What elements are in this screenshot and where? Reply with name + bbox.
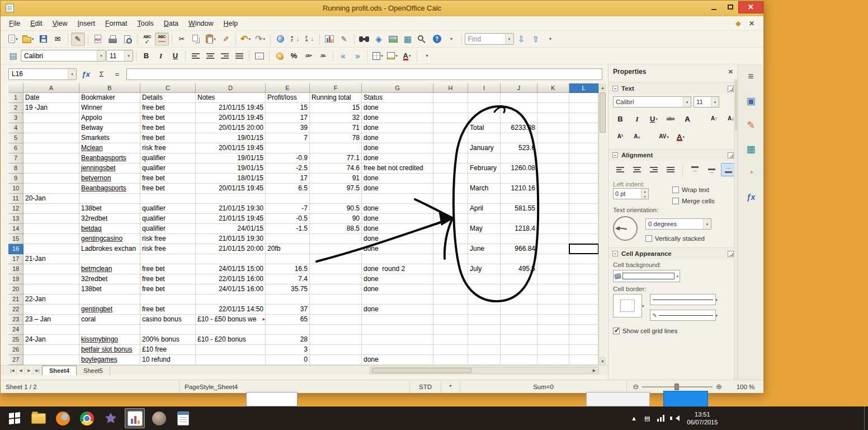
cell-J16[interactable]: 966.84 [501,244,537,254]
cell-F8[interactable]: 74.6 [310,163,362,174]
vertical-scrollbar[interactable]: ▲ ▼ [598,83,606,365]
cell-C14[interactable]: qualifier [140,224,196,234]
cell-K13[interactable] [537,214,569,224]
cell-C7[interactable]: qualifier [140,153,196,163]
row-header-23[interactable]: 23 [8,315,23,325]
gallery-button[interactable] [386,32,400,46]
cell-B8[interactable]: jenningsbet [79,163,140,174]
dropdown-caret-icon[interactable]: ▾ [505,34,513,44]
row-header-17[interactable]: 17 [8,254,23,264]
cell-E3[interactable]: 17 [266,113,310,123]
cell-E6[interactable] [266,143,310,153]
cell-B16[interactable]: Ladbrokes exchan [79,244,140,254]
cell-D18[interactable]: 24/01/15 15:00 [196,264,266,274]
row-header-12[interactable]: 12 [8,204,23,214]
cell-H11[interactable] [433,194,468,204]
find-combobox[interactable]: Find▾ [465,33,514,45]
cell-C10[interactable]: free bet [140,184,196,194]
cell-A25[interactable]: 24-Jan [23,335,79,345]
align-justified-button[interactable] [232,49,246,63]
cell-C22[interactable]: free bet [140,305,196,315]
cell-J17[interactable] [501,254,537,264]
cell-I14[interactable]: May [468,224,501,234]
cell-J4[interactable]: 6233.88 [501,123,537,133]
cell-G16[interactable]: done [362,244,433,254]
cell-I24[interactable] [468,325,501,335]
tab-properties[interactable]: ▣ [743,93,760,109]
cell-H12[interactable] [433,204,468,214]
cell-D23[interactable]: £10 - £50 bonus we▶ [196,315,266,325]
sidebar-align-right-button[interactable] [647,163,661,176]
cell-D27[interactable] [196,355,266,365]
row-header-19[interactable]: 19 [8,274,23,284]
zoom-out-button[interactable]: ⊖ [633,382,639,391]
dropdown-caret-icon[interactable]: ▾ [676,274,678,278]
cell-I5[interactable] [468,133,501,143]
row-header-11[interactable]: 11 [8,194,23,204]
cell-F1[interactable]: Running total [310,93,362,103]
cell-E20[interactable]: 35.75 [266,284,310,295]
cell-H9[interactable] [433,174,468,184]
cell-appearance-dialog-launcher-icon[interactable] [728,251,734,257]
column-header-A[interactable]: A [23,83,79,93]
cell-D16[interactable]: 21/01/15 20:00 [196,244,266,254]
cell-F15[interactable] [310,234,362,244]
column-header-B[interactable]: B [79,83,140,93]
cell-A8[interactable] [23,163,79,174]
italic-button[interactable]: I [154,49,168,63]
network-icon[interactable] [657,415,666,422]
cell-J10[interactable]: 1210.16 [501,184,537,194]
cell-L16[interactable] [569,244,598,254]
increase-font-size-button[interactable]: A↑ [707,112,721,125]
cell-C12[interactable]: qualifier [140,204,196,214]
cell-I6[interactable]: January [468,143,501,153]
cell-I2[interactable] [468,103,501,113]
sidebar-close-icon[interactable]: ✕ [728,68,733,76]
cell-J9[interactable] [501,174,537,184]
dropdown-caret-icon[interactable]: ▾ [703,219,711,229]
print-button[interactable] [106,32,120,46]
cell-A2[interactable]: 19 -Jan [23,103,79,113]
row-header-26[interactable]: 26 [8,345,23,355]
sidebar-underline-button[interactable]: U▾ [647,112,661,125]
cell-E10[interactable]: 6.5 [266,184,310,194]
cell-L8[interactable] [569,163,598,174]
cell-A19[interactable] [23,274,79,284]
cell-J22[interactable] [501,305,537,315]
cell-B19[interactable]: 32redbet [79,274,140,284]
merge-cells-checkbox[interactable]: Merge cells [672,198,733,204]
cell-K19[interactable] [537,274,569,284]
vertically-stacked-checkbox[interactable]: Vertically stacked [645,235,711,242]
cell-L19[interactable] [569,274,598,284]
tab-navigator[interactable]: ◔ [743,165,760,181]
row-header-5[interactable]: 5 [8,133,23,143]
email-document-button[interactable]: ✉ [51,32,65,46]
character-spacing-button[interactable]: AV▾ [657,130,671,143]
cell-B7[interactable]: Beanbagsports [79,153,140,163]
zoom-button[interactable] [416,32,430,46]
start-button[interactable] [4,408,25,428]
cell-D14[interactable]: 24/01/15 [196,224,266,234]
cell-C21[interactable] [140,295,196,305]
cell-D9[interactable]: 18/01/15 [196,174,266,184]
cell-L2[interactable] [569,103,598,113]
cell-G13[interactable]: done [362,214,433,224]
cell-K21[interactable] [537,295,569,305]
file-explorer[interactable] [29,408,49,428]
cell-H13[interactable] [433,214,468,224]
underline-button[interactable]: U [168,49,182,63]
cell-A17[interactable]: 21-Jan [23,254,79,264]
last-sheet-button[interactable]: ▶| [34,366,42,375]
cell-D12[interactable]: 21/01/15 19:30 [196,204,266,214]
row-header-3[interactable]: 3 [8,113,23,123]
cell-E27[interactable]: 0 [266,355,310,365]
cell-L14[interactable] [569,224,598,234]
sidebar-shadow-button[interactable]: A [680,112,695,125]
cell-H7[interactable] [433,153,468,163]
decrease-indent-button[interactable]: « [336,49,350,63]
cell-E24[interactable] [266,325,310,335]
cell-A21[interactable]: 22-Jan [23,295,79,305]
status-sum[interactable]: Sum=0 [460,380,627,393]
sidebar-bold-button[interactable]: B [613,112,628,125]
background-color-button[interactable]: ▾ [385,49,399,63]
